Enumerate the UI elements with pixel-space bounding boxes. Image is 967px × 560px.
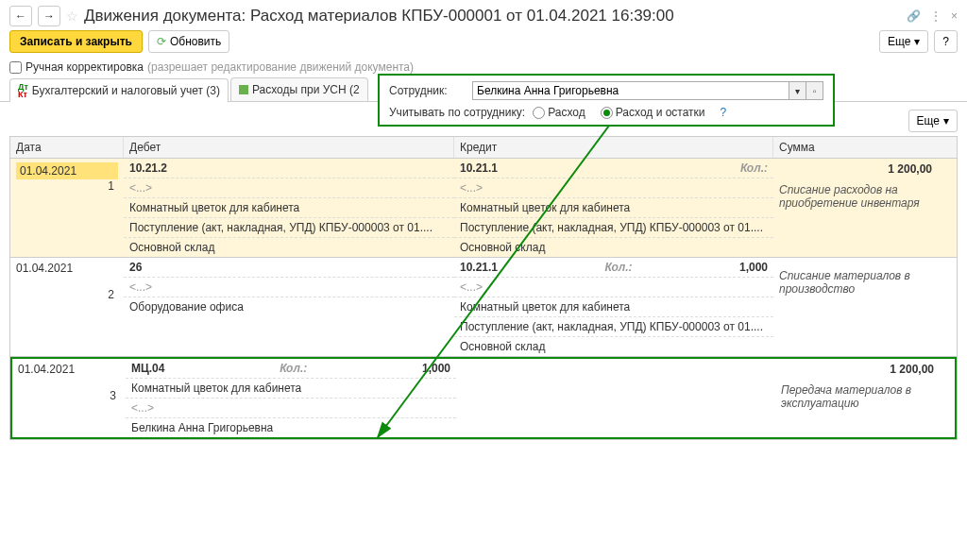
account-by-label: Учитывать по сотруднику: xyxy=(389,106,525,119)
employee-label: Сотрудник: xyxy=(389,84,465,97)
link-icon[interactable]: 🔗 xyxy=(907,9,921,23)
help-button[interactable]: ? xyxy=(934,30,958,53)
help-icon[interactable]: ? xyxy=(721,106,727,119)
sum-description: Передача материалов в эксплуатацию xyxy=(781,383,934,410)
usn-icon xyxy=(239,85,248,94)
date-cell: 01.04.2021 xyxy=(18,363,120,389)
close-icon[interactable]: × xyxy=(951,9,958,23)
manual-edit-label: Ручная корректировка xyxy=(25,60,144,74)
debit-account: МЦ.04 xyxy=(131,362,164,375)
grid-header: Дата Дебет Кредит Сумма xyxy=(10,137,957,159)
debit-account: 26 xyxy=(129,261,142,274)
window-title: Движения документа: Расход материалов КП… xyxy=(84,7,901,25)
tab-usn[interactable]: Расходы при УСН (2 xyxy=(230,77,368,101)
dropdown-button[interactable]: ▾ xyxy=(789,82,806,99)
open-button[interactable]: ▫ xyxy=(806,82,823,99)
radio-icon-checked xyxy=(601,107,613,119)
date-cell: 01.04.2021 xyxy=(16,262,118,288)
employee-input[interactable] xyxy=(473,82,789,99)
header-credit[interactable]: Кредит xyxy=(454,137,773,158)
tab-accounting[interactable]: ДтКт Бухгалтерский и налоговый учет (3) xyxy=(9,78,229,102)
favorite-icon[interactable]: ☆ xyxy=(66,8,78,24)
grid-row-highlighted[interactable]: 01.04.2021 3 МЦ.04Кол.:1,000 Комнатный ц… xyxy=(10,357,957,439)
sum-amount: 1 200,00 xyxy=(779,162,932,176)
row-number: 3 xyxy=(18,389,120,402)
refresh-icon: ⟳ xyxy=(157,35,166,48)
accounting-icon: ДтКт xyxy=(18,83,28,98)
grid-more-button[interactable]: Еще ▾ xyxy=(908,110,958,132)
radio-both[interactable]: Расход и остатки xyxy=(601,106,705,119)
grid-row[interactable]: 01.04.2021 1 10.21.2 <...> Комнатный цве… xyxy=(10,159,957,258)
manual-edit-hint: (разрешает редактирование движений докум… xyxy=(147,60,414,74)
row-number: 2 xyxy=(16,288,118,301)
date-cell: 01.04.2021 xyxy=(16,162,118,179)
credit-account: 10.21.1 xyxy=(460,261,498,274)
forward-button[interactable]: → xyxy=(38,6,60,26)
debit-account: 10.21.2 xyxy=(129,161,167,175)
header-debit[interactable]: Дебет xyxy=(124,137,454,158)
manual-edit-checkbox[interactable] xyxy=(9,61,22,74)
sum-description: Списание материалов в производство xyxy=(779,269,932,296)
sum-amount: 1 200,00 xyxy=(781,363,934,376)
header-date[interactable]: Дата xyxy=(10,137,124,158)
menu-icon[interactable]: ⋮ xyxy=(930,9,942,23)
radio-expense[interactable]: Расход xyxy=(533,106,585,119)
save-close-button[interactable]: Записать и закрыть xyxy=(9,30,143,53)
credit-account: 10.21.1 xyxy=(460,161,498,175)
row-number: 1 xyxy=(16,179,118,193)
header-sum[interactable]: Сумма xyxy=(773,137,938,158)
more-button[interactable]: Еще ▾ xyxy=(879,30,928,53)
grid-row[interactable]: 01.04.2021 2 26 <...> Оборудование офиса… xyxy=(10,258,957,357)
chevron-down-icon: ▾ xyxy=(943,114,949,127)
back-button[interactable]: ← xyxy=(9,6,32,26)
radio-icon xyxy=(533,107,545,119)
chevron-down-icon: ▾ xyxy=(914,35,920,48)
movements-grid: Дата Дебет Кредит Сумма 01.04.2021 1 10.… xyxy=(9,136,958,440)
employee-filter-popup: Сотрудник: ▾ ▫ Учитывать по сотруднику: … xyxy=(378,74,835,127)
sum-description: Списание расходов на приобретение инвент… xyxy=(779,183,932,210)
refresh-button[interactable]: ⟳ Обновить xyxy=(148,30,229,53)
